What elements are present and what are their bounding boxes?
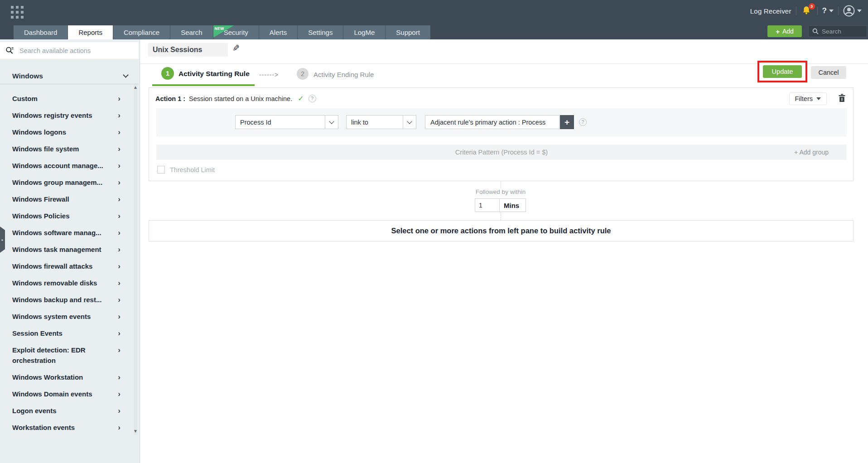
tab-alerts[interactable]: Alerts [259,25,297,39]
step-2-circle: 2 [297,68,309,80]
step-connector-arrow: ------> [259,71,279,78]
tab-support[interactable]: Support [385,25,430,39]
actions-sidebar: Windows Custom › Windows registry events… [0,39,140,463]
edit-pencil-icon[interactable]: ✎ [232,43,240,53]
tab-logme[interactable]: LogMe [343,25,385,39]
threshold-limit-toggle[interactable]: Threshold Limit [157,166,215,174]
sidebar-item[interactable]: Windows Workstation › [0,369,139,386]
tab-compliance[interactable]: Compliance [113,25,170,39]
add-condition-button[interactable]: + [560,115,574,129]
global-search [808,25,867,37]
field-select[interactable]: Process Id [235,115,338,129]
delete-action-button[interactable] [838,94,846,104]
step-1-circle: 1 [161,67,174,80]
sidebar-item[interactable]: Windows Policies › [0,207,139,224]
apps-grid-icon[interactable] [11,6,25,20]
report-title-input[interactable] [148,43,228,57]
tab-settings[interactable]: Settings [297,25,343,39]
sidebar-search-input[interactable] [19,47,124,54]
add-group-button[interactable]: + Add group [794,145,829,160]
sidebar-item[interactable]: Workstation events › [0,419,139,436]
help-icon[interactable]: ? [579,118,587,126]
sidebar-item[interactable]: Session Events › [0,325,139,342]
help-icon[interactable]: ? [309,95,316,102]
chevron-right-icon: › [118,93,121,104]
chevron-right-icon: › [118,244,121,255]
chevron-down-icon [123,72,129,78]
sidebar-item[interactable]: Windows Domain events › [0,386,139,402]
step-activity-starting-rule[interactable]: Activity Starting Rule [178,70,250,78]
tab-search[interactable]: Search [170,25,213,39]
followed-by-unit[interactable]: Mins [499,199,526,212]
sidebar-item[interactable]: Windows removable disks › [0,275,139,291]
followed-by-control: Mins [475,198,526,212]
tab-reports[interactable]: Reports [68,25,113,39]
step-activity-ending-rule[interactable]: Activity Ending Rule [313,71,374,78]
user-menu[interactable] [843,5,862,17]
filters-button[interactable]: Filters [789,92,827,105]
chevron-right-icon: › [118,227,121,238]
sidebar-scrollbar[interactable] [134,84,137,435]
activity-rule-card: Action 1 : Session started on a Unix mac… [149,87,854,181]
trash-icon [838,94,846,102]
add-button[interactable]: + Add [767,25,802,37]
notification-badge: 3 [809,3,815,10]
threshold-checkbox[interactable] [157,166,165,174]
panel-collapse-handle[interactable]: ▸ [0,227,5,253]
tab-security[interactable]: NEW Security [213,25,259,39]
chevron-right-icon: › [118,278,121,288]
sidebar-item[interactable]: Windows Firewall › [0,191,139,207]
chevron-right-icon: › [118,177,121,188]
caret-down-icon [816,97,821,100]
sidebar-search [0,42,139,59]
sidebar-item[interactable]: Windows registry events › [0,107,139,124]
sidebar-item[interactable]: Windows group managem... › [0,174,139,191]
divider [796,7,796,15]
product-label: Log Receiver [750,7,791,15]
cancel-button[interactable]: Cancel [811,66,846,79]
rule-controls-panel: Process Id link to Adjacent rule's prima… [156,108,847,136]
tab-dashboard[interactable]: Dashboard [14,25,68,39]
sidebar-item[interactable]: Windows logons › [0,124,139,140]
criteria-pattern-bar: Criteria Pattern (Process Id = $) + Add … [156,145,847,160]
followed-by-value-input[interactable] [475,199,499,212]
followed-by-label: Followed by within [455,188,546,195]
threshold-label: Threshold Limit [170,166,215,174]
sidebar-item[interactable]: Windows task management › [0,241,139,258]
sidebar-item[interactable]: Windows system events › [0,308,139,325]
chevron-right-icon: › [118,328,121,338]
global-search-input[interactable] [822,28,863,35]
sidebar-group-windows[interactable]: Windows [0,68,139,84]
sidebar-item[interactable]: Windows firewall attacks › [0,258,139,275]
divider [817,7,818,15]
app-window: Log Receiver 3 ? [0,0,868,463]
action-label: Action 1 : [155,95,185,102]
sidebar-item[interactable]: Windows backup and rest... › [0,291,139,308]
chevron-right-icon: › [118,110,121,121]
action-text: Session started on a Unix machine. [189,95,292,102]
chevron-right-icon: › [118,372,121,382]
empty-rule-text: Select one or more actions from left pan… [391,227,611,235]
sidebar-item[interactable]: Windows account manage... › [0,157,139,174]
caret-down-icon [857,10,862,12]
scroll-down-icon[interactable]: ▼ [133,429,138,434]
criteria-pattern-text: Criteria Pattern (Process Id = $) [455,149,548,156]
chevron-down-icon [403,116,416,129]
value-field[interactable]: Adjacent rule's primary action : Process [425,115,559,129]
sidebar-item[interactable]: Windows file system › [0,140,139,157]
help-menu[interactable]: ? [822,6,834,15]
check-icon: ✓ [298,94,304,103]
scroll-up-icon[interactable]: ▲ [133,85,138,90]
help-icon: ? [822,6,827,15]
sidebar-item[interactable]: Exploit detection: EDR orchestration › [0,342,139,369]
sidebar-item[interactable]: Logon events › [0,402,139,419]
notification-bell-icon[interactable]: 3 [801,5,813,17]
chevron-right-icon: › [118,127,121,137]
sidebar-item[interactable]: Windows software manag... › [0,224,139,241]
chevron-right-icon: › [118,160,121,171]
sidebar-item[interactable]: Custom › [0,90,139,107]
operator-select[interactable]: link to [346,115,416,129]
update-button[interactable]: Update [763,65,802,78]
chevron-right-icon: › [118,194,121,204]
chevron-right-icon: › [118,311,121,322]
